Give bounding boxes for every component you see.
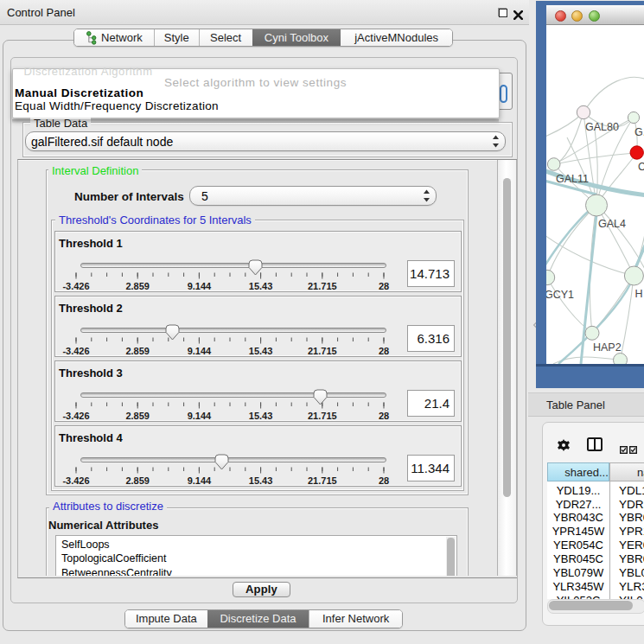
svg-text:C: C	[638, 161, 644, 173]
svg-text:HAP2: HAP2	[593, 341, 622, 354]
svg-text:GAL4: GAL4	[598, 218, 626, 230]
svg-text:GAL80: GAL80	[585, 121, 619, 133]
svg-text:GAL11: GAL11	[556, 173, 589, 185]
svg-text:H: H	[635, 288, 643, 300]
svg-text:G.: G.	[634, 126, 644, 138]
svg-text:GCY1: GCY1	[546, 289, 574, 301]
